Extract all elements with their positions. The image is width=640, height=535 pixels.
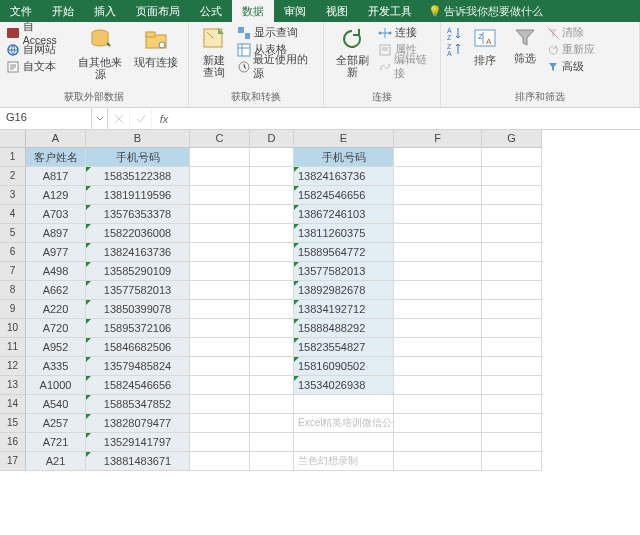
cell[interactable]	[250, 319, 294, 338]
cell[interactable]: A21	[26, 452, 86, 471]
cell[interactable]	[394, 167, 482, 186]
col-header-D[interactable]: D	[250, 130, 294, 148]
cell[interactable]	[482, 281, 542, 300]
row-header[interactable]: 1	[0, 148, 26, 167]
fx-button[interactable]: fx	[152, 108, 176, 129]
cell[interactable]: 13585290109	[86, 262, 190, 281]
from-access-button[interactable]: 自 Access	[4, 24, 72, 41]
enter-formula-button[interactable]	[130, 108, 152, 129]
col-header-C[interactable]: C	[190, 130, 250, 148]
cell[interactable]: A897	[26, 224, 86, 243]
cell[interactable]: 13850399078	[86, 300, 190, 319]
cell[interactable]	[394, 338, 482, 357]
tab-developer[interactable]: 开发工具	[358, 0, 422, 22]
row-header[interactable]: 3	[0, 186, 26, 205]
cell[interactable]: 13811260375	[294, 224, 394, 243]
cell[interactable]	[394, 319, 482, 338]
col-header-F[interactable]: F	[394, 130, 482, 148]
cell[interactable]	[482, 148, 542, 167]
existing-conn-button[interactable]: 现有连接	[128, 24, 184, 70]
cell[interactable]: 15822036008	[86, 224, 190, 243]
cell[interactable]: 15846682506	[86, 338, 190, 357]
cell[interactable]	[482, 395, 542, 414]
cell[interactable]	[250, 433, 294, 452]
tab-review[interactable]: 审阅	[274, 0, 316, 22]
tab-layout[interactable]: 页面布局	[126, 0, 190, 22]
row-header[interactable]: 13	[0, 376, 26, 395]
cell[interactable]	[190, 414, 250, 433]
worksheet-grid[interactable]: 1234567891011121314151617 ABCDEFG 客户姓名A8…	[0, 130, 640, 471]
row-header[interactable]: 16	[0, 433, 26, 452]
cell[interactable]	[190, 338, 250, 357]
cell[interactable]	[250, 376, 294, 395]
from-text-button[interactable]: 自文本	[4, 58, 72, 75]
cell[interactable]	[482, 319, 542, 338]
select-all-corner[interactable]	[0, 130, 26, 148]
cell[interactable]	[190, 452, 250, 471]
row-header[interactable]: 17	[0, 452, 26, 471]
edit-links-button[interactable]: 编辑链接	[376, 58, 436, 75]
cell[interactable]	[190, 376, 250, 395]
row-header[interactable]: 4	[0, 205, 26, 224]
cell[interactable]	[394, 357, 482, 376]
cancel-formula-button[interactable]	[108, 108, 130, 129]
cell[interactable]: A540	[26, 395, 86, 414]
row-header[interactable]: 6	[0, 243, 26, 262]
filter-button[interactable]: 筛选	[505, 24, 545, 66]
cell[interactable]	[394, 376, 482, 395]
cell[interactable]: 手机号码	[86, 148, 190, 167]
cell[interactable]	[482, 243, 542, 262]
cell[interactable]	[394, 186, 482, 205]
cell[interactable]	[250, 262, 294, 281]
cell[interactable]	[190, 167, 250, 186]
cell[interactable]	[294, 433, 394, 452]
cell[interactable]	[190, 148, 250, 167]
col-header-A[interactable]: A	[26, 130, 86, 148]
cell[interactable]	[482, 186, 542, 205]
cell[interactable]: 13834192712	[294, 300, 394, 319]
sort-za-icon[interactable]: ZA	[447, 42, 463, 57]
cell[interactable]: 13867246103	[294, 205, 394, 224]
cell[interactable]	[482, 262, 542, 281]
new-query-button[interactable]: 新建 查询	[193, 24, 235, 80]
cell[interactable]	[482, 452, 542, 471]
cell[interactable]: 15895372106	[86, 319, 190, 338]
cell[interactable]	[394, 148, 482, 167]
sort-button[interactable]: ZA 排序	[465, 24, 505, 68]
cell[interactable]	[482, 205, 542, 224]
cell[interactable]: 13881483671	[86, 452, 190, 471]
cell[interactable]	[482, 167, 542, 186]
cell[interactable]	[190, 243, 250, 262]
cell[interactable]	[482, 414, 542, 433]
name-box[interactable]: G16	[0, 108, 92, 129]
cell[interactable]: 15885347852	[86, 395, 190, 414]
cell[interactable]	[482, 338, 542, 357]
name-box-dropdown[interactable]	[92, 108, 108, 129]
cell[interactable]	[190, 262, 250, 281]
cell[interactable]: 13892982678	[294, 281, 394, 300]
row-header[interactable]: 2	[0, 167, 26, 186]
recent-sources-button[interactable]: 最近使用的源	[235, 58, 319, 75]
cell[interactable]: A220	[26, 300, 86, 319]
cell[interactable]: 13579485824	[86, 357, 190, 376]
cell[interactable]: A977	[26, 243, 86, 262]
cell[interactable]	[394, 205, 482, 224]
cell[interactable]	[394, 300, 482, 319]
cell[interactable]: 13577582013	[294, 262, 394, 281]
cell[interactable]	[250, 224, 294, 243]
cell[interactable]	[250, 243, 294, 262]
cell[interactable]	[482, 376, 542, 395]
connections-button[interactable]: 连接	[376, 24, 436, 41]
cell[interactable]	[190, 186, 250, 205]
cell[interactable]: 13824163736	[294, 167, 394, 186]
sort-az-icon[interactable]: AZ	[447, 26, 463, 41]
cell[interactable]	[190, 433, 250, 452]
reapply-button[interactable]: 重新应	[545, 41, 597, 58]
advanced-filter-button[interactable]: 高级	[545, 58, 597, 75]
cell[interactable]: 兰色幻想录制	[294, 452, 394, 471]
refresh-all-button[interactable]: 全部刷新	[328, 24, 376, 80]
cell[interactable]: 手机号码	[294, 148, 394, 167]
formula-input[interactable]	[176, 108, 640, 129]
cell[interactable]	[250, 167, 294, 186]
cell[interactable]	[294, 395, 394, 414]
